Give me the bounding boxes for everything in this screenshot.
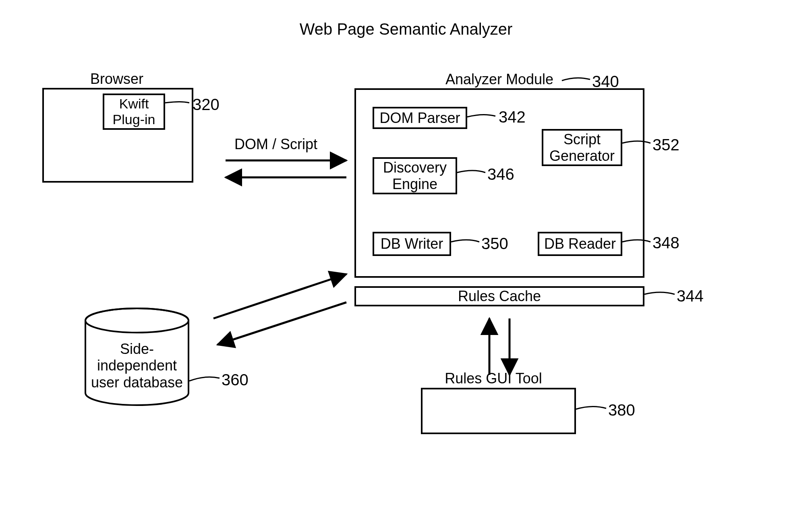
dbwriter-box: DB Writer: [373, 232, 451, 256]
dbreader-box: DB Reader: [538, 232, 622, 256]
domscript-label: DOM / Script: [226, 136, 326, 152]
svg-line-4: [213, 274, 346, 318]
discovery-ref: 346: [487, 165, 514, 183]
dbwriter-ref: 350: [481, 235, 508, 253]
scriptgen-label: Script Generator: [549, 131, 615, 164]
rulescache-box: Rules Cache: [354, 286, 644, 306]
dbwriter-label: DB Writer: [381, 235, 443, 252]
plugin-ref: 320: [193, 96, 220, 114]
scriptgen-ref: 352: [652, 136, 679, 154]
svg-line-5: [218, 302, 346, 345]
plugin-label: Kwift Plug-in: [104, 95, 164, 127]
rulescache-ref: 344: [677, 287, 704, 305]
scriptgen-box: Script Generator: [542, 129, 622, 166]
plugin-box: Kwift Plug-in: [103, 94, 165, 130]
rulestool-ref: 380: [608, 401, 635, 419]
browser-label: Browser: [77, 71, 157, 87]
diagram-title: Web Page Semantic Analyzer: [0, 20, 812, 38]
database-label: Side- independent user database: [85, 341, 188, 391]
dbreader-label: DB Reader: [544, 235, 616, 252]
database-ref: 360: [222, 371, 249, 389]
analyzer-label: Analyzer Module: [439, 71, 560, 87]
rulestool-box: [421, 388, 576, 434]
rulescache-label: Rules Cache: [458, 288, 541, 304]
domparser-ref: 342: [499, 108, 526, 126]
rulestool-label: Rules GUI Tool: [433, 370, 554, 387]
discovery-label: Discovery Engine: [383, 159, 447, 193]
domparser-box: DOM Parser: [373, 107, 467, 129]
domparser-label: DOM Parser: [379, 110, 460, 126]
dbreader-ref: 348: [652, 234, 679, 252]
discovery-box: Discovery Engine: [373, 157, 457, 194]
